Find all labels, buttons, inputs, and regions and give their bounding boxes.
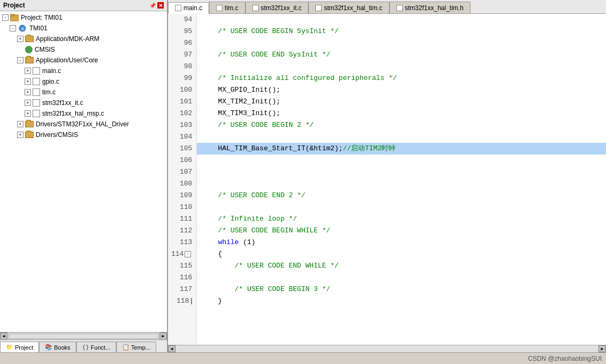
- pin-icon[interactable]: 📌: [149, 2, 156, 9]
- linenum-108: 108: [168, 178, 196, 190]
- tree-item-stm32-hal-msp-c[interactable]: + stm32f1xx_hal_msp.c: [0, 108, 167, 119]
- expand-icon-main-c[interactable]: +: [25, 68, 31, 74]
- tab-templates-label: Temp...: [131, 344, 150, 351]
- tree-label-tmi01: TMI01: [29, 25, 47, 32]
- expand-icon-app-mdk[interactable]: +: [17, 36, 23, 42]
- line-numbers: 94 95 96 97 98 99 100 101 102 103 104 10…: [168, 14, 197, 345]
- file-tab-stm32-it[interactable]: stm32f1xx_it.c: [245, 2, 309, 13]
- tab-functions-label: Funct...: [91, 344, 110, 351]
- code-line-98: [197, 61, 606, 72]
- scroll-track[interactable]: [9, 334, 158, 339]
- tree-label-project-root: Project: TMI01: [21, 14, 62, 21]
- code-hscrollbar: ◀ ▶: [168, 345, 606, 352]
- panel-title-icons: 📌 ✕: [149, 2, 164, 9]
- code-lines[interactable]: /* USER CODE BEGIN SysInit */ /* USER CO…: [197, 14, 606, 345]
- file-tab-icon-stm32-it: [252, 5, 259, 11]
- tree-item-drivers-cmsis[interactable]: + Drivers/CMSIS: [0, 130, 167, 140]
- gear-icon-cmsis: [25, 46, 33, 53]
- expand-icon-app-user-core[interactable]: -: [17, 57, 23, 63]
- folder-icon-app-user-core: [25, 57, 34, 63]
- tab-functions[interactable]: {} Funct...: [76, 342, 116, 352]
- code-line-117: /* USER CODE BEGIN 3 */: [197, 284, 606, 295]
- linenum-116: 116: [168, 272, 196, 284]
- expand-icon-stm32-hal-msp-c[interactable]: +: [25, 110, 31, 117]
- expand-icon-tim-c[interactable]: +: [25, 89, 31, 95]
- tree-item-stm32-it-c[interactable]: + stm32f1xx_it.c: [0, 98, 167, 108]
- linenum-118: 118: [168, 295, 196, 307]
- collapse-btn-114[interactable]: -: [185, 251, 191, 257]
- tree-label-app-user-core: Application/User/Core: [36, 56, 98, 64]
- tab-books[interactable]: 📚 Books: [39, 342, 76, 352]
- code-line-115: /* USER CODE END WHILE */: [197, 260, 606, 272]
- tree-item-app-user-core[interactable]: - Application/User/Core: [0, 55, 167, 66]
- code-line-95: /* USER CODE BEGIN SysInit */: [197, 26, 606, 37]
- tmi01-icon: ⚙: [18, 25, 27, 32]
- file-tab-tim-c[interactable]: tim.c: [209, 2, 245, 13]
- code-line-106: [197, 155, 606, 166]
- tree-label-stm32-hal-msp-c: stm32f1xx_hal_msp.c: [42, 110, 104, 117]
- tree-item-main-c[interactable]: + main.c: [0, 66, 167, 76]
- tree-label-gpio-c: gpio.c: [42, 78, 59, 85]
- scroll-left-btn[interactable]: ◀: [0, 333, 7, 340]
- expand-icon-drivers-stm32[interactable]: +: [17, 121, 23, 127]
- expand-icon-gpio-c[interactable]: +: [25, 78, 31, 85]
- linenum-95: 95: [168, 26, 196, 37]
- linenum-107: 107: [168, 166, 196, 178]
- tree-label-cmsis: CMSIS: [35, 46, 55, 53]
- linenum-106: 106: [168, 155, 196, 166]
- left-panel-tabs: 📁 Project 📚 Books {} Funct... 📋 Temp...: [0, 339, 167, 352]
- file-tab-icon-tim-c: [216, 5, 222, 11]
- linenum-105: 105: [168, 143, 196, 155]
- linenum-104: 104: [168, 131, 196, 143]
- left-panel-hscrollbar: ◀ ▶: [0, 332, 167, 339]
- code-line-114: {: [197, 248, 606, 260]
- file-tab-stm32-hal-tim-h[interactable]: stm32f1xx_hal_tim.h: [389, 2, 471, 13]
- folder-icon-drivers-cmsis: [25, 132, 34, 138]
- tree-item-drivers-stm32[interactable]: + Drivers/STM32F1xx_HAL_Driver: [0, 119, 167, 130]
- code-scroll-track[interactable]: [176, 345, 599, 352]
- linenum-96: 96: [168, 37, 196, 49]
- svg-rect-1: [10, 14, 14, 16]
- linenum-117: 117: [168, 284, 196, 295]
- tab-books-label: Books: [54, 344, 70, 351]
- expand-icon-drivers-cmsis[interactable]: +: [17, 132, 23, 138]
- linenum-102: 102: [168, 108, 196, 119]
- tab-project[interactable]: 📁 Project: [0, 342, 39, 352]
- file-tab-stm32-hal-tim[interactable]: stm32f1xx_hal_tim.c: [308, 2, 389, 13]
- expand-icon-stm32-it-c[interactable]: +: [25, 100, 31, 106]
- left-panel: Project 📌 ✕ - Project: TMI01 -: [0, 0, 168, 352]
- panel-title-bar: Project 📌 ✕: [0, 0, 167, 11]
- linenum-110: 110: [168, 201, 196, 213]
- file-tabs: main.c tim.c stm32f1xx_it.c stm32f1xx_ha…: [168, 0, 606, 14]
- close-panel-button[interactable]: ✕: [157, 2, 164, 9]
- linenum-112: 112: [168, 225, 196, 237]
- tab-templates[interactable]: 📋 Temp...: [116, 342, 156, 352]
- svg-text:⚙: ⚙: [21, 27, 25, 31]
- code-line-107: [197, 166, 606, 178]
- tree-item-project-root[interactable]: - Project: TMI01: [0, 12, 167, 23]
- tree-item-gpio-c[interactable]: + gpio.c: [0, 76, 167, 87]
- code-line-101: MX_TIM2_Init();: [197, 96, 606, 108]
- tab-project-icon: 📁: [6, 344, 13, 351]
- tree-label-tim-c: tim.c: [42, 88, 55, 96]
- scroll-right-btn[interactable]: ▶: [160, 333, 167, 340]
- linenum-100: 100: [168, 84, 196, 96]
- code-scroll-left-btn[interactable]: ◀: [168, 345, 176, 352]
- tree-item-cmsis[interactable]: CMSIS: [0, 44, 167, 55]
- tree-label-stm32-it-c: stm32f1xx_it.c: [42, 99, 83, 107]
- tree-item-tmi01[interactable]: - ⚙ TMI01: [0, 23, 167, 34]
- expand-icon[interactable]: -: [2, 14, 9, 21]
- code-line-96: [197, 37, 606, 49]
- tree-item-tim-c[interactable]: + tim.c: [0, 87, 167, 98]
- file-tab-main-c[interactable]: main.c: [168, 2, 209, 14]
- code-line-116: [197, 272, 606, 284]
- main-layout: Project 📌 ✕ - Project: TMI01 -: [0, 0, 606, 352]
- tree-label-drivers-stm32: Drivers/STM32F1xx_HAL_Driver: [36, 120, 129, 128]
- right-panel: main.c tim.c stm32f1xx_it.c stm32f1xx_ha…: [168, 0, 606, 352]
- tab-project-label: Project: [15, 344, 33, 351]
- code-scroll-right-btn[interactable]: ▶: [599, 345, 606, 352]
- expand-icon-tmi01[interactable]: -: [10, 25, 16, 31]
- file-tab-label-stm32-hal-tim: stm32f1xx_hal_tim.c: [324, 4, 382, 12]
- tree-item-app-mdk[interactable]: + Application/MDK-ARM: [0, 34, 167, 44]
- file-tab-icon-stm32-hal-tim-h: [396, 5, 403, 11]
